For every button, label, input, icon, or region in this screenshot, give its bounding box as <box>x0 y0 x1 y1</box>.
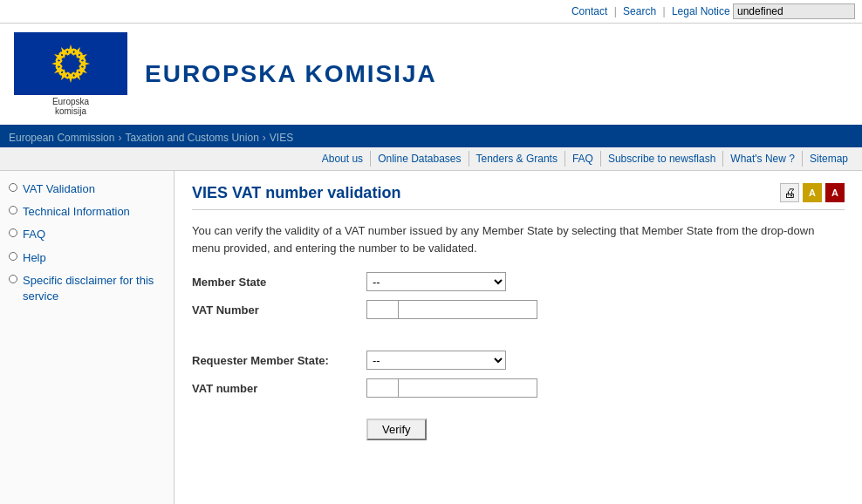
vat-prefix-input[interactable] <box>366 300 398 319</box>
search-link[interactable]: Search <box>623 5 656 17</box>
sep1: | <box>614 5 617 17</box>
requester-member-state-select[interactable]: -- <box>366 351 506 370</box>
eu-flag-svg <box>31 37 110 90</box>
requester-vat-group <box>366 378 537 398</box>
breadcrumb-item-vies[interactable]: VIES <box>270 132 293 144</box>
content-area: VIES VAT number validation 🖨 A A You can… <box>174 171 862 504</box>
sep2: | <box>662 5 665 17</box>
sidebar-link-vat-validation[interactable]: VAT Validation <box>23 181 95 197</box>
secnav-whats-new[interactable]: What's New ? <box>723 151 803 167</box>
print-button[interactable]: 🖨 <box>780 183 799 202</box>
bullet-icon <box>9 206 17 215</box>
breadcrumb: European Commission › Taxation and Custo… <box>0 128 862 147</box>
sidebar-link-faq[interactable]: FAQ <box>23 227 45 242</box>
site-title: EUROPSKA KOMISIJA <box>145 60 437 88</box>
requester-vat-prefix-input[interactable] <box>366 378 398 398</box>
requester-vat-number-input[interactable] <box>398 378 537 398</box>
secnav-faq[interactable]: FAQ <box>565 151 601 167</box>
secondary-nav: About us Online Databases Tenders & Gran… <box>0 147 862 171</box>
member-state-label: Member State <box>192 276 366 289</box>
bullet-icon <box>9 275 17 283</box>
vat-number-group <box>366 300 537 319</box>
bullet-icon <box>9 252 17 261</box>
sidebar: VAT Validation Technical Information FAQ… <box>0 171 174 504</box>
requester-vat-label: VAT number <box>192 382 366 395</box>
description-text: You can verify the validity of a VAT num… <box>192 222 845 256</box>
legal-notice-link[interactable]: Legal Notice <box>672 5 730 17</box>
breadcrumb-sep1: › <box>118 132 121 144</box>
breadcrumb-item-ec[interactable]: European Commission <box>9 132 114 144</box>
main-layout: VAT Validation Technical Information FAQ… <box>0 171 862 504</box>
breadcrumb-item-tcu[interactable]: Taxation and Customs Union <box>125 132 258 144</box>
page-icons: 🖨 A A <box>780 183 845 202</box>
search-input[interactable] <box>733 3 855 19</box>
sidebar-link-disclaimer[interactable]: Specific disclaimer for this service <box>23 273 165 304</box>
form-section-main: Member State -- VAT Number <box>192 272 845 319</box>
secnav-about[interactable]: About us <box>315 151 371 167</box>
header: Europska komisija EUROPSKA KOMISIJA <box>0 24 862 128</box>
blue-nav: European Commission › Taxation and Custo… <box>0 128 862 147</box>
sidebar-item-vat-validation[interactable]: VAT Validation <box>9 181 165 197</box>
vat-number-label: VAT Number <box>192 303 366 317</box>
verify-button[interactable]: Verify <box>366 419 427 440</box>
sidebar-item-faq[interactable]: FAQ <box>9 227 165 242</box>
secnav-tenders[interactable]: Tenders & Grants <box>469 151 565 167</box>
sidebar-item-help[interactable]: Help <box>9 250 165 266</box>
sidebar-link-help[interactable]: Help <box>23 250 46 266</box>
secnav-subscribe[interactable]: Subscribe to newsflash <box>601 151 723 167</box>
breadcrumb-sep2: › <box>263 132 266 144</box>
member-state-row: Member State -- <box>192 272 845 291</box>
requester-vat-row: VAT number <box>192 378 845 398</box>
requester-label: Requester Member State: <box>192 354 366 367</box>
secnav-databases[interactable]: Online Databases <box>371 151 469 167</box>
logo-text: Europska komisija <box>52 97 89 116</box>
sidebar-item-disclaimer[interactable]: Specific disclaimer for this service <box>9 273 165 304</box>
logo-area: Europska komisija <box>14 32 127 116</box>
requester-member-state-row: Requester Member State: -- <box>192 351 845 370</box>
sidebar-link-technical-info[interactable]: Technical Information <box>23 204 130 220</box>
font-increase-button[interactable]: A <box>803 183 822 202</box>
sidebar-item-technical-info[interactable]: Technical Information <box>9 204 165 220</box>
page-title-row: VIES VAT number validation 🖨 A A <box>192 183 845 210</box>
vat-number-input[interactable] <box>398 300 537 319</box>
contact-link[interactable]: Contact <box>571 5 607 17</box>
eu-flag <box>14 32 127 95</box>
font-decrease-button[interactable]: A <box>825 183 845 202</box>
member-state-select[interactable]: -- <box>366 272 506 291</box>
form-section-requester: Requester Member State: -- VAT number <box>192 351 845 398</box>
top-bar: Contact | Search | Legal Notice <box>0 0 862 24</box>
vat-number-row: VAT Number <box>192 300 845 319</box>
secnav-sitemap[interactable]: Sitemap <box>803 151 855 167</box>
bullet-icon <box>9 183 17 192</box>
bullet-icon <box>9 228 17 237</box>
page-title: VIES VAT number validation <box>192 184 400 202</box>
